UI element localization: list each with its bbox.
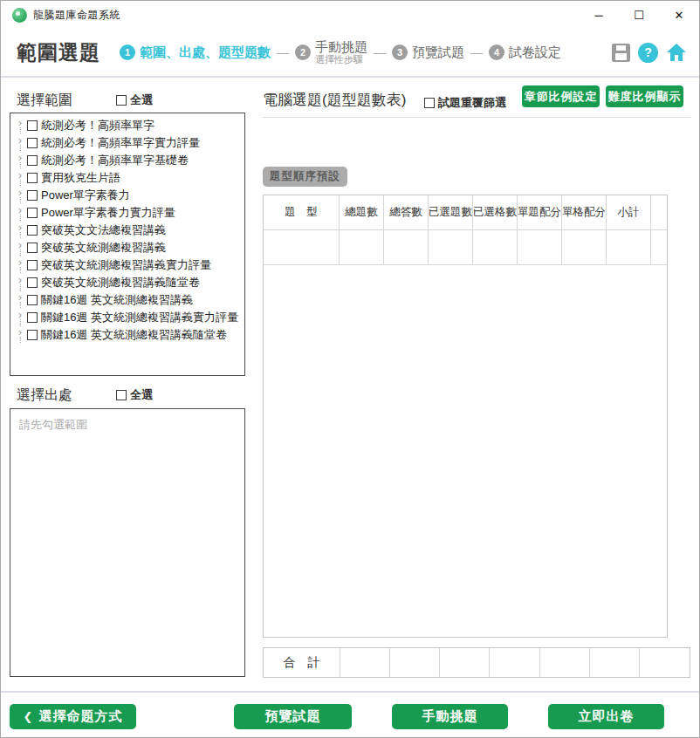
preview-questions-button[interactable]: 預覽試題	[234, 704, 352, 729]
expand-chevron-icon[interactable]: ›	[18, 171, 22, 180]
window-controls: ─ ☐ ✕	[579, 1, 699, 29]
range-tree-item[interactable]: › 關鍵16週 英文統測總複習講義隨堂卷	[10, 326, 244, 344]
source-select-all-label: 全選	[130, 387, 153, 403]
range-section-header: 選擇範圍 全選	[17, 92, 244, 110]
table-row	[264, 230, 667, 265]
column-header: 已選格數	[473, 195, 518, 229]
footer: ❮ 選擇命題方式 預覽試題 手動挑題 立即出卷	[1, 691, 699, 737]
expand-chevron-icon[interactable]: ›	[18, 154, 22, 162]
step-2-manual-pick[interactable]: 2 手動挑題 選擇性步驟	[295, 40, 367, 65]
table-cell	[264, 230, 340, 264]
totals-cell	[440, 648, 490, 677]
minimize-button[interactable]: ─	[579, 1, 619, 29]
range-item-checkbox[interactable]	[27, 173, 38, 183]
range-item-checkbox[interactable]	[27, 277, 38, 288]
totals-cell	[540, 648, 590, 677]
range-item-checkbox[interactable]	[27, 155, 38, 166]
column-header: 總答數	[384, 195, 429, 229]
expand-chevron-icon[interactable]: ›	[18, 293, 22, 302]
totals-row: 合 計	[263, 647, 690, 678]
range-item-checkbox[interactable]	[27, 260, 38, 270]
step-3-label: 預覽試題	[412, 44, 464, 61]
duplicate-filter-checkbox[interactable]	[424, 98, 435, 108]
range-item-checkbox[interactable]	[27, 120, 38, 131]
range-tree-item[interactable]: › 突破英文統測總複習講義	[10, 239, 244, 256]
range-item-checkbox[interactable]	[27, 330, 38, 340]
range-select-all[interactable]: 全選	[116, 92, 153, 108]
source-select-all[interactable]: 全選	[116, 387, 153, 403]
column-header: 題 型	[264, 195, 340, 229]
step-2-label: 手動挑題	[315, 40, 367, 55]
range-item-checkbox[interactable]	[27, 312, 38, 323]
range-tree-item[interactable]: › 突破英文統測總複習講義隨堂卷	[10, 274, 244, 291]
step-4-paper-settings[interactable]: 4 試卷設定	[489, 44, 561, 61]
table-cell-spacer	[651, 230, 666, 264]
totals-cell	[640, 648, 690, 677]
range-item-label: 關鍵16週 英文統測總複習講義	[41, 292, 193, 308]
range-item-label: 關鍵16週 英文統測總複習講義實力評量	[41, 310, 238, 325]
back-button-label: 選擇命題方式	[38, 708, 122, 725]
right-panel-divider	[263, 117, 690, 118]
choose-method-back-button[interactable]: ❮ 選擇命題方式	[10, 704, 136, 729]
expand-chevron-icon[interactable]: ›	[18, 276, 22, 284]
step-2-number: 2	[295, 44, 311, 60]
range-item-label: Power單字素養力	[41, 188, 130, 203]
step-1-label: 範圍、出處、題型題數	[140, 44, 271, 61]
step-3-number: 3	[392, 44, 408, 60]
expand-chevron-icon[interactable]: ›	[18, 328, 22, 337]
save-icon[interactable]	[612, 44, 630, 62]
range-item-checkbox[interactable]	[27, 138, 38, 148]
range-item-checkbox[interactable]	[27, 225, 38, 236]
expand-chevron-icon[interactable]: ›	[18, 119, 22, 127]
range-tree-item[interactable]: › 統測必考！高頻率單字基礎卷	[10, 152, 244, 169]
table-header-row: 題 型 總題數 總答數 已選題數 已選格數 單題配分 單格配分 小計	[264, 195, 667, 230]
expand-chevron-icon[interactable]: ›	[18, 241, 22, 249]
range-item-checkbox[interactable]	[27, 243, 38, 253]
chapter-ratio-button[interactable]: 章節比例設定	[522, 85, 600, 107]
step-dash: —	[374, 45, 386, 59]
expand-chevron-icon[interactable]: ›	[18, 311, 22, 319]
source-section-header: 選擇出處 全選	[17, 386, 244, 405]
range-tree-item[interactable]: › 關鍵16週 英文統測總複習講義	[10, 291, 244, 309]
range-tree-item[interactable]: › 關鍵16週 英文統測總複習講義實力評量	[10, 309, 244, 326]
manual-pick-button[interactable]: 手動挑題	[392, 704, 508, 729]
range-tree-item[interactable]: › 實用狄克生片語	[10, 169, 244, 187]
maximize-button[interactable]: ☐	[619, 1, 659, 29]
range-item-label: 突破英文文法總複習講義	[41, 222, 166, 238]
expand-chevron-icon[interactable]: ›	[18, 206, 22, 215]
range-item-label: Power單字素養力實力評量	[41, 205, 175, 221]
source-placeholder: 請先勾選範圍	[19, 418, 87, 431]
difficulty-ratio-button[interactable]: 難度比例顯示	[606, 85, 683, 107]
duplicate-filter[interactable]: 試題重覆篩選	[424, 95, 506, 111]
range-item-checkbox[interactable]	[27, 190, 38, 201]
range-tree-item[interactable]: › Power單字素養力	[10, 187, 244, 204]
range-item-label: 統測必考！高頻率單字基礎卷	[41, 153, 189, 168]
expand-chevron-icon[interactable]: ›	[18, 188, 22, 197]
range-tree-item[interactable]: › 統測必考！高頻率單字實力評量	[10, 134, 244, 152]
step-dash: —	[470, 45, 483, 59]
type-order-default-button[interactable]: 題型順序預設	[263, 167, 347, 187]
range-tree-item[interactable]: › 突破英文文法總複習講義	[10, 222, 244, 239]
close-button[interactable]: ✕	[659, 1, 699, 29]
expand-chevron-icon[interactable]: ›	[18, 258, 22, 267]
app-window: { "titlebar": { "app_title": "龍騰題庫命題系統",…	[0, 0, 700, 738]
range-select-all-checkbox[interactable]	[116, 95, 127, 106]
home-icon[interactable]	[666, 43, 687, 62]
generate-paper-button[interactable]: 立即出卷	[548, 704, 664, 729]
duplicate-filter-label: 試題重覆篩選	[438, 95, 506, 111]
range-tree-item[interactable]: › Power單字素養力實力評量	[10, 204, 244, 222]
back-chevron-icon: ❮	[24, 710, 34, 723]
step-1-range[interactable]: 1 範圍、出處、題型題數	[120, 44, 271, 61]
expand-chevron-icon[interactable]: ›	[18, 136, 22, 145]
range-tree-item[interactable]: › 突破英文統測總複習講義實力評量	[10, 256, 244, 274]
source-select-all-checkbox[interactable]	[116, 390, 127, 400]
content-area: 選擇範圍 全選 › 統測必考！高頻率單字 › 統測必考！高頻率單字實力評量 › …	[1, 79, 699, 691]
range-item-checkbox[interactable]	[27, 295, 38, 305]
expand-chevron-icon[interactable]: ›	[18, 223, 22, 232]
step-2-sublabel: 選擇性步驟	[315, 54, 367, 65]
help-icon[interactable]: ?	[638, 43, 658, 63]
range-item-checkbox[interactable]	[27, 208, 38, 218]
question-type-table: 題 型 總題數 總答數 已選題數 已選格數 單題配分 單格配分 小計	[263, 195, 668, 638]
step-3-preview[interactable]: 3 預覽試題	[392, 44, 464, 61]
range-tree-item[interactable]: › 統測必考！高頻率單字	[10, 117, 244, 134]
